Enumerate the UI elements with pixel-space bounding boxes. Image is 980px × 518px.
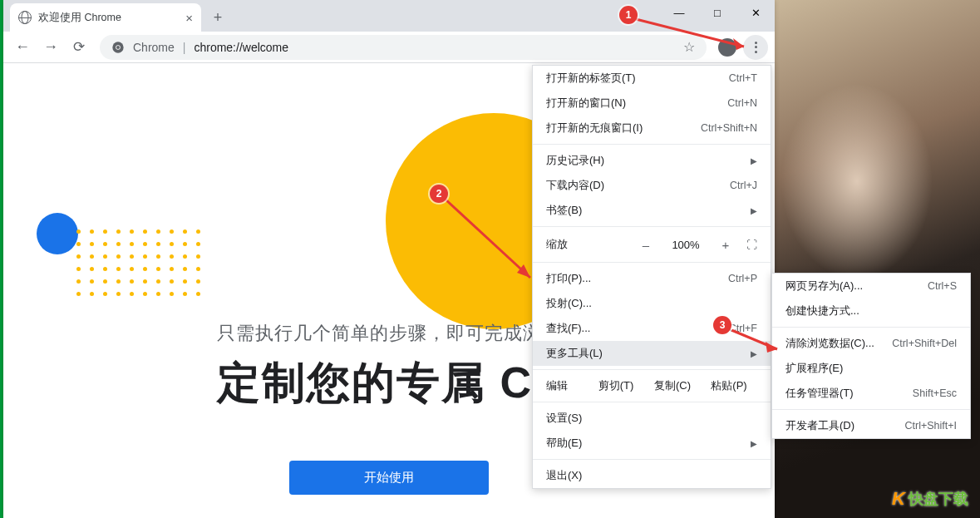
back-button[interactable]: ←: [10, 35, 35, 60]
titlebar: 欢迎使用 Chrome × + — □ ✕: [3, 0, 775, 32]
menu-new-incognito[interactable]: 打开新的无痕窗口(I)Ctrl+Shift+N: [533, 116, 771, 141]
main-menu: 打开新的标签页(T)Ctrl+T 打开新的窗口(N)Ctrl+N 打开新的无痕窗…: [532, 65, 771, 489]
start-button[interactable]: 开始使用: [289, 461, 489, 495]
submenu-task-manager[interactable]: 任务管理器(T)Shift+Esc: [772, 381, 970, 406]
edit-paste[interactable]: 粘贴(P): [701, 378, 757, 393]
menu-zoom: 缩放 – 100% + ⛶: [533, 230, 771, 259]
omnibox[interactable]: Chrome | chrome://welcome ☆: [100, 35, 707, 60]
callout-3: 3: [713, 316, 731, 334]
browser-tab[interactable]: 欢迎使用 Chrome ×: [10, 3, 201, 32]
menu-settings[interactable]: 设置(S): [533, 406, 771, 431]
tab-close-icon[interactable]: ×: [185, 12, 193, 24]
bookmark-star-icon[interactable]: ☆: [683, 39, 695, 55]
more-menu-button[interactable]: [743, 35, 768, 60]
submenu-clear-data[interactable]: 清除浏览数据(C)...Ctrl+Shift+Del: [772, 331, 970, 356]
edit-label: 编辑: [546, 378, 588, 393]
callout-1: 1: [619, 6, 638, 24]
menu-separator: [533, 226, 771, 227]
menu-separator: [533, 402, 771, 402]
menu-separator: [772, 409, 970, 410]
fullscreen-icon[interactable]: ⛶: [746, 239, 757, 251]
watermark: K 快盘下载: [892, 488, 968, 510]
zoom-percent: 100%: [667, 239, 705, 251]
zoom-label: 缩放: [546, 237, 568, 252]
omnibox-separator: |: [183, 41, 186, 54]
callout-2: 2: [430, 185, 448, 203]
profile-button[interactable]: [715, 35, 740, 60]
menu-separator: [533, 144, 771, 145]
menu-print[interactable]: 打印(P)...Ctrl+P: [533, 266, 771, 291]
svg-point-2: [116, 46, 120, 49]
minimize-button[interactable]: —: [660, 0, 698, 25]
more-tools-submenu: 网页另存为(A)...Ctrl+S 创建快捷方式... 清除浏览数据(C)...…: [771, 273, 971, 439]
avatar-icon: [718, 38, 736, 57]
menu-separator: [533, 262, 771, 263]
chrome-icon: [111, 41, 125, 54]
globe-icon: [18, 11, 32, 24]
menu-new-window[interactable]: 打开新的窗口(N)Ctrl+N: [533, 91, 771, 116]
submenu-dev-tools[interactable]: 开发者工具(D)Ctrl+Shift+I: [772, 413, 970, 438]
window-controls: — □ ✕: [660, 0, 775, 25]
submenu-create-shortcut[interactable]: 创建快捷方式...: [772, 298, 970, 323]
forward-button[interactable]: →: [38, 35, 63, 60]
window-close-button[interactable]: ✕: [736, 0, 775, 25]
new-tab-button[interactable]: +: [206, 6, 229, 29]
menu-separator: [533, 369, 771, 370]
menu-history[interactable]: 历史记录(H)▶: [533, 148, 771, 173]
menu-find[interactable]: 查找(F)...Ctrl+F: [533, 316, 771, 341]
kebab-icon: [755, 42, 757, 53]
watermark-text: 快盘下载: [909, 491, 968, 507]
edit-cut[interactable]: 剪切(T): [588, 378, 644, 393]
omnibox-product: Chrome: [133, 41, 175, 54]
zoom-out-button[interactable]: –: [637, 238, 655, 252]
menu-edit-row: 编辑 剪切(T) 复制(C) 粘贴(P): [533, 373, 771, 398]
menu-cast[interactable]: 投射(C)...: [533, 291, 771, 316]
submenu-extensions[interactable]: 扩展程序(E): [772, 356, 970, 381]
zoom-in-button[interactable]: +: [717, 238, 735, 252]
menu-exit[interactable]: 退出(X): [533, 463, 771, 488]
edit-copy[interactable]: 复制(C): [644, 378, 701, 393]
omnibox-url: chrome://welcome: [194, 41, 288, 54]
menu-bookmarks[interactable]: 书签(B)▶: [533, 198, 771, 223]
background-photo: [775, 0, 980, 518]
submenu-save-page[interactable]: 网页另存为(A)...Ctrl+S: [772, 274, 970, 298]
menu-more-tools[interactable]: 更多工具(L)▶: [533, 341, 771, 366]
decor-dots-grid: [76, 229, 201, 296]
tab-title: 欢迎使用 Chrome: [38, 11, 121, 25]
menu-new-tab[interactable]: 打开新的标签页(T)Ctrl+T: [533, 66, 771, 91]
decor-blue-dot: [37, 213, 78, 254]
menu-separator: [772, 327, 970, 328]
menu-downloads[interactable]: 下载内容(D)Ctrl+J: [533, 173, 771, 198]
menu-separator: [533, 459, 771, 460]
maximize-button[interactable]: □: [698, 0, 736, 25]
menu-help[interactable]: 帮助(E)▶: [533, 431, 771, 456]
toolbar: ← → ⟳ Chrome | chrome://welcome ☆: [3, 32, 775, 63]
reload-button[interactable]: ⟳: [66, 35, 91, 60]
